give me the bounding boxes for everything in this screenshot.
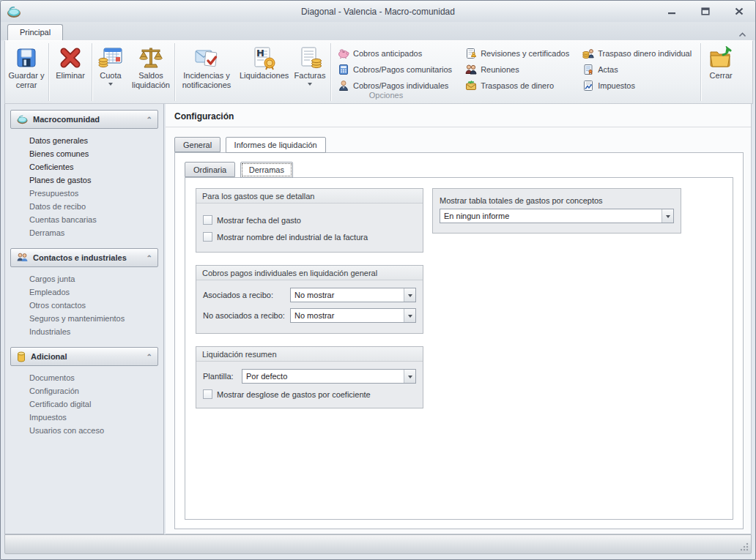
button-label: Guardar y cerrar <box>7 71 45 90</box>
section-title: Contactos e industriales <box>33 253 127 262</box>
tab-general[interactable]: General <box>174 137 220 152</box>
checkbox-mostrar-desglose[interactable] <box>203 389 212 399</box>
advance-collections-button[interactable]: Cobros anticipados <box>338 45 452 61</box>
plantilla-select[interactable]: Por defecto <box>242 369 416 384</box>
section-title: Adicional <box>31 352 67 361</box>
community-payments-button[interactable]: Cobros/Pagos comunitarios <box>338 61 452 77</box>
sidebar-item-documentos[interactable]: Documentos <box>29 373 158 383</box>
chevron-up-icon[interactable]: ⌃ <box>147 116 152 124</box>
sidebar-item-otros-contactos[interactable]: Otros contactos <box>29 301 158 310</box>
sidebar-item-impuestos[interactable]: Impuestos <box>29 413 158 422</box>
close-folder-icon <box>708 46 733 70</box>
settlements-button[interactable]: H Liquidaciones <box>237 42 290 83</box>
group-title: Cobros pagos individuales en liquidación… <box>196 266 423 280</box>
button-label: Impuestos <box>598 81 635 90</box>
individual-transfer-icon <box>582 48 594 59</box>
sidebar-item-derramas[interactable]: Derramas <box>29 228 158 238</box>
tab-ordinaria[interactable]: Ordinaria <box>185 162 235 177</box>
ribbon-collapse-icon[interactable] <box>738 27 746 40</box>
checkbox-label: Mostrar fecha del gasto <box>217 216 301 225</box>
delete-icon <box>59 47 81 69</box>
incidents-notifications-button[interactable]: Incidencias y notificaciones <box>176 42 237 92</box>
sidebar-section-macrocomunidad[interactable]: Macrocomunidad ⌃ <box>10 110 158 129</box>
checkbox-mostrar-fecha-gasto[interactable] <box>203 215 212 225</box>
button-label: Actas <box>598 65 618 74</box>
field-label: Asociados a recibo: <box>203 291 290 299</box>
calculator-icon <box>338 64 349 75</box>
tabla-totales-select[interactable]: En ningun informe <box>440 209 674 223</box>
button-label: Cobros anticipados <box>353 49 422 58</box>
group-tabla-totales: Mostrar tabla totales de gastos por conc… <box>432 188 681 234</box>
individual-money-transfer-button[interactable]: Traspaso dinero individual <box>582 45 692 61</box>
ribbon-separator <box>174 43 175 101</box>
sidebar-item-datos-de-recibo[interactable]: Datos de recibo <box>29 202 158 212</box>
taxes-button[interactable]: Impuestos <box>582 78 692 93</box>
sidebar-item-usuarios-con-acceso[interactable]: Usuarios con acceso <box>29 426 158 436</box>
money-transfer-icon <box>465 80 477 92</box>
button-label: Incidencias y notificaciones <box>178 71 235 90</box>
close-button[interactable]: Cerrar <box>702 42 740 83</box>
settlement-balances-button[interactable]: Saldos liquidación <box>128 42 174 92</box>
sidebar-item-configuracion[interactable]: Configuración <box>29 387 158 396</box>
tab-informes-liquidacion[interactable]: Informes de liquidación <box>226 137 326 153</box>
sidebar-item-certificado-digital[interactable]: Certificado digital <box>29 400 158 409</box>
minutes-button[interactable]: Actas <box>582 61 692 77</box>
application-window: Diagonal - Valencia - Macro-comunidad Pr… <box>0 0 756 560</box>
resize-grip[interactable] <box>740 542 749 551</box>
scales-icon <box>138 45 163 70</box>
save-and-close-button[interactable]: Guardar y cerrar <box>5 42 48 92</box>
button-label: Cobros/Pagos individuales <box>353 81 448 90</box>
sidebar-item-bienes-comunes[interactable]: Bienes comunes <box>29 149 158 159</box>
button-label: Traspasos de dinero <box>481 81 554 90</box>
sidebar: Macrocomunidad ⌃ Datos generales Bienes … <box>4 104 164 534</box>
dropdown-arrow-icon[interactable] <box>404 309 415 322</box>
derramas-panel: Para los gastos que se detallan Mostrar … <box>185 177 733 520</box>
meetings-button[interactable]: Reuniones <box>465 61 569 77</box>
button-label: Facturas <box>292 71 327 81</box>
title-bar[interactable]: Diagonal - Valencia - Macro-comunidad <box>1 1 755 22</box>
dropdown-arrow-icon[interactable] <box>404 288 415 302</box>
chevron-up-icon[interactable]: ⌃ <box>147 254 152 262</box>
dropdown-arrow-icon[interactable] <box>404 370 415 383</box>
informes-panel: Ordinaria Derramas Para los gastos que s… <box>174 152 744 529</box>
database-icon <box>16 351 26 362</box>
sidebar-item-presupuestos[interactable]: Presupuestos <box>29 189 158 198</box>
dropdown-arrow-icon[interactable] <box>662 209 673 223</box>
sidebar-item-coeficientes[interactable]: Coeficientes <box>29 163 158 172</box>
button-label: Saldos liquidación <box>130 71 171 90</box>
settings-tabs: General Informes de liquidación <box>174 137 327 152</box>
button-label: Revisiones y certificados <box>481 49 569 58</box>
button-label: Cobros/Pagos comunitarios <box>353 65 452 74</box>
asociados-a-recibo-select[interactable]: No mostrar <box>290 288 416 302</box>
tab-derramas[interactable]: Derramas <box>240 162 293 178</box>
chevron-up-icon[interactable]: ⌃ <box>147 353 152 361</box>
sidebar-item-seguros-mantenimientos[interactable]: Seguros y mantenimientos <box>29 314 158 324</box>
no-asociados-a-recibo-select[interactable]: No mostrar <box>290 308 416 323</box>
informes-subtabs: Ordinaria Derramas <box>185 162 294 177</box>
group-cobros-individuales: Cobros pagos individuales en liquidación… <box>196 265 423 334</box>
svg-text:H: H <box>256 48 264 59</box>
person-icon <box>338 80 349 92</box>
invoices-button[interactable]: Facturas <box>290 42 330 92</box>
sidebar-item-datos-generales[interactable]: Datos generales <box>29 136 158 146</box>
quota-button[interactable]: Cuota <box>93 42 128 92</box>
sidebar-item-cuentas-bancarias[interactable]: Cuentas bancarias <box>29 215 158 225</box>
sidebar-item-planes-de-gastos[interactable]: Planes de gastos <box>29 176 158 185</box>
restore-button[interactable] <box>697 4 714 18</box>
minimize-button[interactable] <box>663 4 681 18</box>
close-window-button[interactable] <box>730 4 748 18</box>
sidebar-section-adicional[interactable]: Adicional ⌃ <box>10 347 158 366</box>
checkbox-mostrar-nombre-industrial[interactable] <box>203 232 212 242</box>
ribbon-separator <box>48 43 49 101</box>
reviews-certificates-button[interactable]: Revisiones y certificados <box>465 45 569 61</box>
sidebar-item-industriales[interactable]: Industriales <box>29 327 158 337</box>
group-title: Para los gastos que se detallan <box>196 189 423 204</box>
delete-button[interactable]: Eliminar <box>50 42 91 83</box>
sidebar-item-cargos-junta[interactable]: Cargos junta <box>29 275 158 284</box>
group-gastos-detallan: Para los gastos que se detallan Mostrar … <box>196 188 423 253</box>
ribbon-tab-principal[interactable]: Principal <box>7 24 63 40</box>
checkbox-label: Mostrar nombre del industrial de la fact… <box>217 233 368 242</box>
minutes-icon <box>582 64 594 75</box>
sidebar-section-contactos[interactable]: Contactos e industriales ⌃ <box>10 248 158 267</box>
sidebar-item-empleados[interactable]: Empleados <box>29 288 158 297</box>
